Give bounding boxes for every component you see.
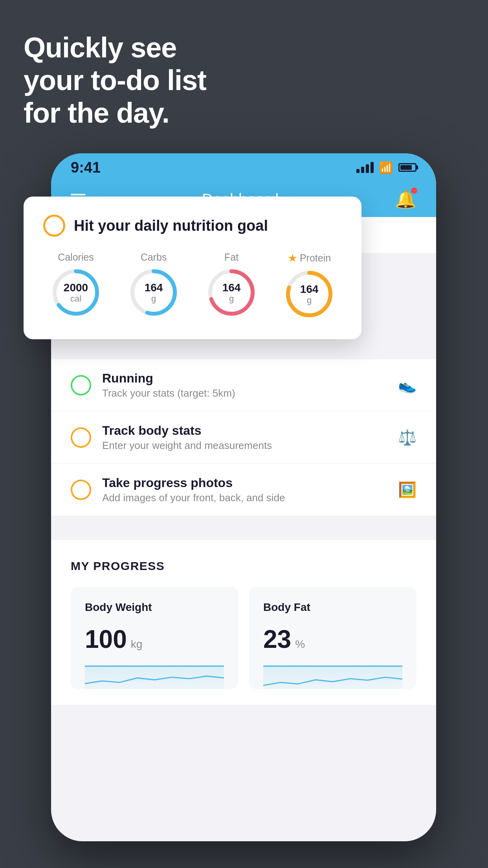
signal-icon bbox=[356, 162, 374, 173]
calories-ring: 2000 cal bbox=[50, 267, 101, 318]
progress-section: MY PROGRESS Body Weight 100 kg Body Fat … bbox=[51, 540, 436, 705]
progress-title: MY PROGRESS bbox=[71, 559, 416, 573]
macros-row: Calories 2000 cal Carbs bbox=[43, 252, 342, 320]
carbs-ring: 164 g bbox=[128, 267, 179, 318]
notification-bell[interactable]: 🔔 bbox=[395, 189, 416, 210]
todo-text-body-stats: Track body stats Enter your weight and m… bbox=[102, 423, 387, 452]
weight-value-row: 100 kg bbox=[85, 625, 224, 654]
notification-dot bbox=[411, 188, 417, 194]
hero-text: Quickly see your to-do list for the day. bbox=[24, 31, 206, 129]
photo-icon: 🖼️ bbox=[398, 481, 416, 498]
progress-cards: Body Weight 100 kg Body Fat 23 % bbox=[71, 587, 416, 689]
nutrition-card-header: Hit your daily nutrition goal bbox=[43, 215, 342, 237]
running-icon: 👟 bbox=[398, 377, 416, 394]
star-icon: ★ bbox=[288, 252, 297, 265]
todo-item-photos[interactable]: Take progress photos Add images of your … bbox=[51, 464, 436, 516]
battery-icon bbox=[398, 163, 416, 172]
protein-ring: 164 g bbox=[284, 268, 335, 320]
wifi-icon: 📶 bbox=[379, 161, 393, 174]
progress-card-bodyfat[interactable]: Body Fat 23 % bbox=[249, 587, 416, 689]
bodyfat-value-row: 23 % bbox=[263, 625, 402, 654]
macro-fat: Fat 164 g bbox=[206, 252, 257, 320]
todo-circle-running bbox=[71, 375, 91, 395]
todo-text-running: Running Track your stats (target: 5km) bbox=[102, 371, 387, 399]
nutrition-check-circle bbox=[43, 215, 65, 237]
macro-calories: Calories 2000 cal bbox=[50, 252, 101, 320]
status-time: 9:41 bbox=[71, 159, 101, 176]
scale-icon: ⚖️ bbox=[398, 429, 416, 446]
macro-carbs: Carbs 164 g bbox=[128, 252, 179, 320]
bodyfat-chart bbox=[263, 666, 402, 689]
todo-circle-photos bbox=[71, 480, 91, 500]
todo-circle-body-stats bbox=[71, 427, 91, 448]
todo-list: Running Track your stats (target: 5km) 👟… bbox=[51, 359, 436, 516]
status-bar: 9:41 📶 bbox=[51, 153, 436, 182]
todo-item-running[interactable]: Running Track your stats (target: 5km) 👟 bbox=[51, 359, 436, 412]
macro-protein: ★ Protein 164 g bbox=[284, 252, 335, 320]
status-icons: 📶 bbox=[356, 161, 416, 174]
fat-ring: 164 g bbox=[206, 267, 257, 318]
todo-text-photos: Take progress photos Add images of your … bbox=[102, 476, 387, 504]
nutrition-card-title: Hit your daily nutrition goal bbox=[74, 217, 268, 234]
nutrition-card: Hit your daily nutrition goal Calories 2… bbox=[24, 197, 361, 339]
todo-item-body-stats[interactable]: Track body stats Enter your weight and m… bbox=[51, 412, 436, 464]
progress-card-weight[interactable]: Body Weight 100 kg bbox=[71, 587, 238, 689]
weight-chart bbox=[85, 666, 224, 689]
